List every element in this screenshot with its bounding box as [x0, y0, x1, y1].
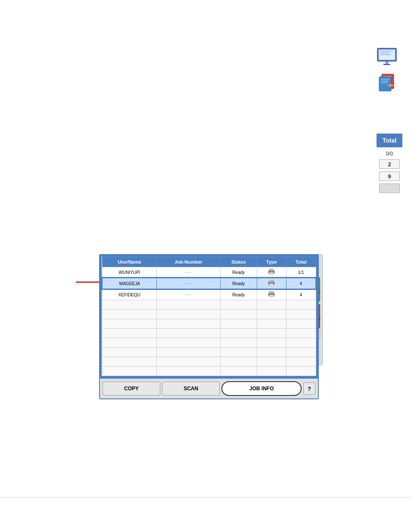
svg-rect-23: [269, 280, 274, 282]
svg-point-21: [273, 271, 274, 272]
cell-total: 4: [286, 289, 316, 300]
table-row[interactable]: XEFIDEQU · · · Ready 4: [102, 289, 316, 300]
cell-status: Ready: [220, 289, 257, 300]
svg-rect-2: [380, 51, 393, 52]
svg-rect-19: [269, 269, 274, 271]
cell-type: [257, 278, 286, 289]
table-row[interactable]: WAGEEJA · · · Ready 4: [102, 278, 316, 289]
svg-rect-28: [269, 295, 274, 297]
col-header-status: Status: [220, 257, 257, 267]
counter-value1: 2: [379, 159, 400, 169]
table-row-empty: [102, 300, 316, 310]
cell-total: 4: [286, 278, 316, 289]
svg-rect-24: [269, 283, 274, 286]
svg-rect-3: [380, 53, 389, 53]
cell-jobnumber: · · ·: [157, 289, 220, 300]
table-row-empty: [102, 310, 316, 319]
total-area: Total 0/0 2 9: [377, 134, 402, 193]
help-button[interactable]: ?: [303, 383, 315, 395]
col-header-jobnumber: Job-Number: [157, 257, 220, 267]
monitor-icon: [376, 47, 398, 66]
bottom-button-bar: COPY SCAN JOB INFO ?: [100, 378, 318, 398]
cell-type: [257, 267, 286, 278]
copy-button[interactable]: COPY: [103, 382, 160, 395]
cell-status: Ready: [220, 278, 257, 289]
cell-username: WUNIYUPI: [102, 267, 157, 278]
cell-type: [257, 289, 286, 300]
svg-rect-13: [381, 82, 388, 83]
table-row-empty: [102, 348, 316, 357]
svg-rect-4: [380, 54, 391, 55]
table-row-empty: [102, 338, 316, 348]
top-right-icons: [376, 47, 398, 91]
main-job-panel: UserName Job-Number Status Type Total WU…: [99, 254, 319, 399]
svg-rect-6: [383, 64, 390, 65]
scan-button[interactable]: SCAN: [162, 382, 220, 395]
svg-marker-5: [385, 61, 389, 64]
cell-username: XEFIDEQU: [102, 289, 157, 300]
bottom-divider: [0, 497, 411, 498]
counter-value2: 9: [379, 171, 400, 181]
counter-display: 0/0: [386, 151, 393, 157]
job-info-button[interactable]: JOB INFO: [221, 381, 302, 396]
cell-jobnumber: · · ·: [157, 267, 220, 278]
svg-rect-20: [269, 272, 274, 274]
col-header-total: Total: [286, 257, 316, 267]
table-row-empty: [102, 329, 316, 338]
job-table-container: UserName Job-Number Status Type Total WU…: [100, 255, 318, 378]
svg-point-29: [273, 294, 274, 295]
cell-status: Ready: [220, 267, 257, 278]
svg-rect-11: [381, 79, 389, 80]
table-row[interactable]: WUNIYUPI · · · Ready 1/1: [102, 267, 316, 278]
svg-rect-27: [269, 291, 274, 293]
svg-point-25: [273, 283, 274, 283]
svg-rect-12: [381, 81, 389, 81]
total-button[interactable]: Total: [377, 134, 402, 147]
counter-value3: [379, 184, 400, 193]
cell-username: WAGEEJA: [102, 278, 157, 289]
svg-rect-15: [387, 85, 394, 86]
table-row-empty: [102, 357, 316, 367]
col-header-type: Type: [257, 257, 286, 267]
col-header-username: UserName: [102, 257, 157, 267]
copy-documents-icon: [376, 71, 398, 91]
cell-total: 1/1: [286, 267, 316, 278]
cell-jobnumber: · · ·: [157, 278, 220, 289]
table-row-empty: [102, 367, 316, 376]
table-row-empty: [102, 319, 316, 329]
job-list-table: UserName Job-Number Status Type Total WU…: [102, 257, 316, 376]
